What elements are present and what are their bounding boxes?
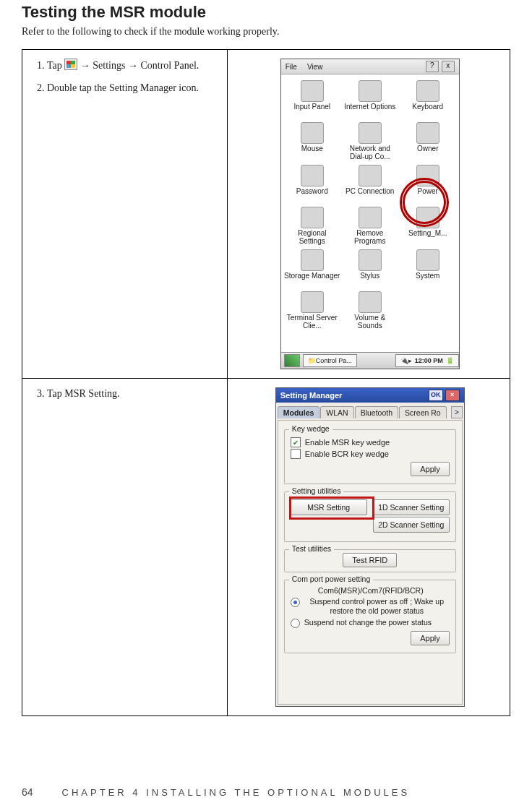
group-key-wedge: Key wedge ✔ Enable MSR key wedge Enable …	[284, 429, 456, 484]
app-icon	[416, 80, 439, 102]
app-icon	[359, 207, 382, 228]
control-panel-item[interactable]: Network and Dial-up Co...	[342, 122, 398, 160]
control-panel-item[interactable]: Regional Settings	[284, 207, 340, 245]
legend-setting-utilities: Setting utilities	[289, 486, 344, 495]
app-label: Terminal Server Clie...	[284, 314, 340, 330]
control-panel-item[interactable]: Mouse	[284, 122, 340, 160]
app-icon	[416, 249, 439, 271]
dialog-title: Setting Manager	[280, 391, 343, 400]
chapter-label: CHAPTER 4 INSTALLING THE OPTIONAL MODULE…	[62, 787, 411, 798]
app-label: Setting_M...	[408, 230, 447, 244]
checkbox-bcr-wedge[interactable]	[291, 449, 301, 459]
label-bcr-wedge: Enable BCR key wedge	[305, 450, 389, 458]
clock: 12:00 PM	[415, 357, 443, 364]
tab-modules[interactable]: Modules	[278, 406, 320, 418]
step-2: Double tap the Setting Manager icon.	[47, 82, 218, 95]
page-footer: 64 CHAPTER 4 INSTALLING THE OPTIONAL MOD…	[22, 786, 510, 798]
app-icon	[359, 165, 382, 186]
instruction-table: Tap → Settings → Control Panel. Double t…	[22, 49, 510, 716]
tab-bluetooth[interactable]: Bluetooth	[355, 406, 398, 418]
apply-button[interactable]: Apply	[411, 462, 450, 476]
page-number: 64	[22, 786, 33, 798]
screenshot-control-panel: File View ? x Input PanelInternet Option…	[280, 59, 460, 369]
app-label: Owner	[417, 145, 438, 160]
tab-wlan[interactable]: WLAN	[320, 406, 353, 418]
app-icon	[359, 80, 382, 102]
menu-file[interactable]: File	[286, 63, 297, 71]
intro-text: Refer to the following to check if the m…	[22, 26, 510, 38]
system-tray[interactable]: 🔌▸ 12:00 PM 🔋	[395, 354, 459, 367]
control-panel-item[interactable]: Internet Options	[342, 80, 398, 118]
highlight-circle-inner	[403, 181, 446, 224]
app-icon	[301, 249, 324, 271]
app-label: Regional Settings	[284, 230, 340, 245]
control-panel-item[interactable]: Keyboard	[400, 80, 456, 118]
com-port-sublabel: Com6(MSR)/Com7(RFID/BCR)	[292, 586, 450, 595]
control-panel-item[interactable]: Owner	[400, 122, 456, 160]
app-label: Volume & Sounds	[342, 314, 398, 330]
menu-view[interactable]: View	[307, 63, 323, 71]
app-label: Internet Options	[344, 103, 395, 118]
app-icon	[359, 249, 382, 271]
radio-suspend-off[interactable]	[291, 598, 300, 607]
legend-test-utilities: Test utilities	[289, 544, 334, 553]
close-button[interactable]: x	[442, 61, 455, 72]
radio-suspend-keep[interactable]	[291, 619, 300, 628]
help-button[interactable]: ?	[426, 61, 439, 72]
ok-button[interactable]: OK	[429, 390, 443, 401]
tab-strip: Modules WLAN Bluetooth Screen Ro >	[276, 403, 464, 418]
app-icon	[301, 122, 324, 144]
checkbox-msr-wedge[interactable]: ✔	[291, 437, 301, 447]
tray-icon: 🔌▸	[400, 357, 412, 364]
label-radio-2: Suspend not change the power status	[304, 618, 432, 627]
group-test-utilities: Test utilities Test RFID	[284, 549, 456, 572]
taskbar-item[interactable]: 📁 Control Pa...	[303, 354, 357, 367]
app-label: PC Connection	[346, 188, 394, 202]
app-label: Password	[296, 188, 328, 202]
app-label: Input Panel	[293, 103, 330, 118]
close-button[interactable]: ×	[445, 390, 460, 401]
windows-start-icon	[64, 59, 77, 70]
app-icon	[301, 207, 324, 228]
app-label: Network and Dial-up Co...	[342, 145, 398, 160]
app-icon	[301, 80, 324, 102]
start-button[interactable]	[284, 354, 300, 367]
label-radio-1: Suspend control power as off ; Wake up r…	[304, 597, 450, 616]
app-label: Keyboard	[412, 103, 443, 118]
control-panel-item[interactable]: Password	[284, 165, 340, 202]
control-panel-item[interactable]: Volume & Sounds	[342, 291, 398, 330]
app-label: Stylus	[360, 272, 379, 287]
control-panel-item[interactable]: System	[400, 249, 456, 287]
legend-key-wedge: Key wedge	[289, 424, 332, 433]
apply-button-2[interactable]: Apply	[411, 631, 450, 645]
1d-scanner-setting-button[interactable]: 1D Scanner Setting	[373, 499, 450, 515]
step-1: Tap → Settings → Control Panel.	[47, 59, 218, 73]
app-label: Remove Programs	[342, 230, 398, 245]
group-setting-utilities: Setting utilities MSR Setting 1D Scanner…	[284, 491, 456, 542]
app-icon	[359, 122, 382, 144]
app-icon	[416, 122, 439, 144]
test-rfid-button[interactable]: Test RFID	[343, 553, 397, 567]
2d-scanner-setting-button[interactable]: 2D Scanner Setting	[373, 517, 450, 533]
control-panel-item[interactable]: Input Panel	[284, 80, 340, 118]
legend-com-port: Com port power setting	[289, 575, 374, 583]
app-label: Storage Manager	[284, 272, 340, 287]
step-3: Tap MSR Setting.	[47, 387, 218, 401]
control-panel-item[interactable]	[400, 291, 456, 330]
label-msr-wedge: Enable MSR key wedge	[305, 438, 390, 447]
group-com-port-power: Com port power setting Com6(MSR)/Com7(RF…	[284, 580, 456, 653]
app-icon	[301, 165, 324, 186]
control-panel-item[interactable]: Stylus	[342, 249, 398, 287]
highlight-rectangle	[289, 497, 374, 520]
app-icon	[359, 291, 382, 313]
control-panel-item[interactable]: Remove Programs	[342, 207, 398, 245]
tab-screen-rotation[interactable]: Screen Ro	[399, 406, 447, 418]
control-panel-item[interactable]: PC Connection	[342, 165, 398, 202]
app-label: Mouse	[301, 145, 323, 160]
section-title: Testing the MSR module	[22, 0, 510, 22]
control-panel-item[interactable]: Storage Manager	[284, 249, 340, 287]
app-label: System	[416, 272, 439, 287]
control-panel-item[interactable]: Terminal Server Clie...	[284, 291, 340, 330]
battery-icon: 🔋	[446, 357, 454, 364]
tabs-overflow[interactable]: >	[451, 406, 463, 418]
